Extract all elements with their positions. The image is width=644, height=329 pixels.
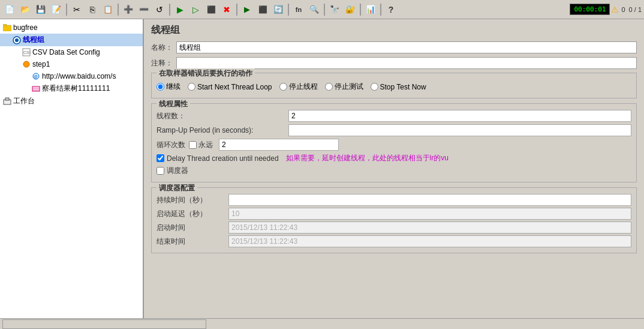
start-time-label: 启动时间 xyxy=(157,223,228,233)
panel-title: 线程组 xyxy=(151,24,637,37)
remote-stop-button[interactable] xyxy=(255,2,270,17)
statusbar-text xyxy=(2,319,206,329)
comment-label: 注释： xyxy=(151,58,173,68)
tree-item-csvdataset[interactable]: CSV CSV Data Set Config xyxy=(0,46,143,58)
new-button[interactable] xyxy=(2,2,17,17)
startup-delay-input[interactable] xyxy=(228,208,631,220)
templates-button[interactable] xyxy=(363,2,378,17)
scheduler-checkbox-label[interactable]: 调度器 xyxy=(167,166,188,176)
clear-all-button[interactable] xyxy=(271,2,285,17)
toolbar-sep-6 xyxy=(324,4,325,16)
error-action-section: 在取样器错误后要执行的动作 继续 Start Next Thread Loop … xyxy=(151,73,637,98)
radio-stopnow[interactable]: Stop Test Now xyxy=(371,83,426,91)
tree-item-workbench[interactable]: 工作台 xyxy=(0,95,143,107)
scheduler-checkbox[interactable] xyxy=(157,167,164,175)
radio-stoptest[interactable]: 停止测试 xyxy=(325,82,363,92)
end-time-label: 结束时间 xyxy=(157,237,228,247)
tree-label-threadgroup: 线程组 xyxy=(23,35,44,45)
tree-item-url[interactable]: @ http://www.baidu.com/s xyxy=(0,70,143,82)
run-ratio: 0 / 1 xyxy=(629,6,642,13)
name-input[interactable] xyxy=(176,41,637,53)
comment-input[interactable] xyxy=(176,57,637,69)
tree-label-url: http://www.baidu.com/s xyxy=(42,72,116,80)
treeresult-icon xyxy=(31,84,41,94)
remote-run-button[interactable] xyxy=(240,2,254,17)
delay-thread-hint: 如果需要，延时创建线程，此处的线程相当于lr的vu xyxy=(286,153,449,163)
radio-stopthread[interactable]: 停止线程 xyxy=(279,82,318,92)
ssl-button[interactable] xyxy=(343,2,357,17)
end-time-input[interactable] xyxy=(228,235,631,247)
paste-button[interactable] xyxy=(101,2,115,17)
svg-rect-1 xyxy=(3,24,7,26)
radio-continue[interactable]: 继续 xyxy=(157,82,180,92)
binoculars-button[interactable] xyxy=(327,2,342,17)
error-section-legend: 在取样器错误后要执行的动作 xyxy=(157,68,255,79)
scheduler-section-legend: 调度器配置 xyxy=(157,183,197,193)
svg-point-3 xyxy=(15,38,19,42)
delay-thread-checkbox[interactable] xyxy=(157,154,164,162)
tree-item-bugfree[interactable]: bugfree xyxy=(0,22,143,34)
delay-thread-label[interactable]: Delay Thread creation until needed xyxy=(167,154,279,163)
duration-label: 持续时间（秒） xyxy=(157,195,228,205)
run-button[interactable] xyxy=(173,2,187,17)
tree-label-workbench: 工作台 xyxy=(13,96,35,106)
rampup-input[interactable] xyxy=(288,124,631,136)
tree-panel: bugfree 线程组 CSV CSV Data Set Config xyxy=(0,19,144,318)
warning-area: ⚠ 0 xyxy=(611,5,625,14)
cut-button[interactable] xyxy=(70,2,84,17)
sampler-icon xyxy=(22,59,31,69)
rampup-row: Ramp-Up Period (in seconds): xyxy=(157,124,631,136)
toolbar: 00:00:01 ⚠ 0 0 / 1 xyxy=(0,0,644,19)
open-button[interactable] xyxy=(18,2,32,17)
saveas-button[interactable] xyxy=(49,2,64,17)
copy-button[interactable] xyxy=(85,2,100,17)
tree-label-csvdataset: CSV Data Set Config xyxy=(32,48,100,56)
loop-input[interactable] xyxy=(219,139,339,151)
warning-icon: ⚠ xyxy=(611,5,619,14)
csv-icon: CSV xyxy=(22,47,31,57)
name-row: 名称： xyxy=(151,41,637,53)
warning-count: 0 xyxy=(621,6,625,13)
toolbar-sep-4 xyxy=(236,4,237,16)
thread-count-input[interactable] xyxy=(288,110,631,122)
folder-icon xyxy=(2,23,12,32)
svg-rect-9 xyxy=(32,86,40,91)
collapse-button[interactable] xyxy=(137,2,151,17)
scheduler-checkbox-row: 调度器 xyxy=(157,166,631,176)
tree-item-treeresult[interactable]: 察看结果树11111111 xyxy=(0,82,143,95)
forever-check[interactable] xyxy=(189,141,197,149)
toolbar-sep-3 xyxy=(169,4,170,16)
run-selected-button[interactable] xyxy=(188,2,203,17)
stop-button[interactable] xyxy=(204,2,218,17)
start-time-row: 启动时间 xyxy=(157,222,631,234)
save-button[interactable] xyxy=(34,2,48,17)
toolbar-sep-8 xyxy=(380,4,381,16)
search-button[interactable] xyxy=(307,2,321,17)
svg-rect-0 xyxy=(3,25,11,31)
thread-count-row: 线程数： xyxy=(157,110,631,122)
startup-delay-label: 启动延迟（秒） xyxy=(157,209,228,219)
comment-row: 注释： xyxy=(151,57,637,69)
name-label: 名称： xyxy=(151,43,173,53)
thread-count-label: 线程数： xyxy=(157,111,288,121)
duration-input[interactable] xyxy=(228,194,631,206)
tree-item-step1[interactable]: step1 xyxy=(0,58,143,70)
timer-display: 00:00:01 xyxy=(570,4,610,15)
stop-now-button[interactable] xyxy=(219,2,234,17)
toolbar-sep-1 xyxy=(66,4,67,16)
start-time-input[interactable] xyxy=(228,222,631,234)
main-area: bugfree 线程组 CSV CSV Data Set Config xyxy=(0,19,644,318)
svg-rect-13 xyxy=(5,98,9,100)
toolbar-sep-5 xyxy=(288,4,289,16)
rotate-button[interactable] xyxy=(152,2,167,17)
tree-item-threadgroup[interactable]: 线程组 xyxy=(0,34,143,46)
radio-nextloop[interactable]: Start Next Thread Loop xyxy=(188,83,272,91)
tree-label-step1: step1 xyxy=(32,60,50,68)
forever-checkbox[interactable]: 永远 xyxy=(189,140,213,150)
delay-thread-row: Delay Thread creation until needed 如果需要，… xyxy=(157,153,631,163)
expand-button[interactable] xyxy=(121,2,136,17)
workbench-icon xyxy=(2,97,12,106)
help-button[interactable] xyxy=(384,2,398,17)
function-button[interactable] xyxy=(291,2,306,17)
svg-point-6 xyxy=(23,61,29,67)
